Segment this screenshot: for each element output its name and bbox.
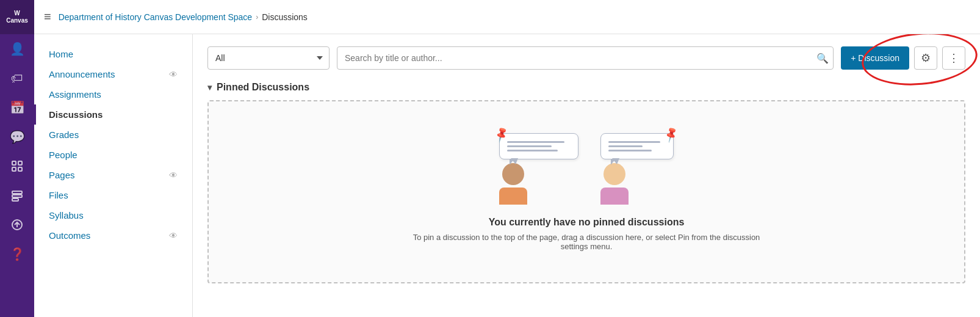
sidebar-item-files[interactable]: Files [34, 185, 192, 205]
breadcrumb-separator: › [256, 13, 258, 21]
sidebar-item-discussions[interactable]: Discussions [34, 104, 192, 125]
left-rail: WCanvas 👤 🏷 📅 💬 ❓ [0, 0, 34, 317]
speech-bubble-2: 📌 [600, 133, 674, 159]
svg-rect-6 [12, 199, 18, 201]
svg-rect-1 [18, 161, 22, 165]
sidebar-item-home[interactable]: Home [34, 44, 192, 64]
search-container: 🔍 [337, 46, 834, 70]
section-header: ▾ Pinned Discussions [207, 82, 965, 93]
svg-rect-0 [12, 161, 16, 165]
announcements-visibility-icon: 👁 [169, 70, 178, 79]
hamburger-icon[interactable]: ≡ [44, 10, 51, 24]
action-buttons: + Discussion ⚙ ⋮ [841, 46, 965, 70]
pinned-discussions-section: ▾ Pinned Discussions 📌 [207, 82, 965, 283]
sidebar-item-pages[interactable]: Pages 👁 [34, 165, 192, 185]
sidebar-item-people[interactable]: People [34, 145, 192, 165]
search-button[interactable]: 🔍 [816, 53, 829, 64]
top-bar: ≡ Department of History Canvas Developme… [34, 0, 980, 34]
nav-inbox-icon[interactable]: 💬 [5, 125, 29, 149]
nav-dashboard-icon[interactable] [5, 154, 29, 178]
breadcrumb-current: Discussions [262, 12, 308, 22]
canvas-logo: WCanvas [0, 0, 34, 34]
nav-calendar-icon[interactable]: 📅 [5, 95, 29, 120]
nav-modules-icon[interactable] [5, 183, 29, 208]
sidebar-item-announcements[interactable]: Announcements 👁 [34, 64, 192, 84]
sidebar-item-grades[interactable]: Grades [34, 125, 192, 145]
pinned-area: 📌 [207, 100, 965, 283]
more-options-button[interactable]: ⋮ [942, 46, 965, 70]
outcomes-visibility-icon: 👁 [169, 231, 178, 241]
sidebar-item-syllabus[interactable]: Syllabus [34, 205, 192, 225]
search-input[interactable] [337, 46, 834, 70]
speech-bubble-1: 📌 [499, 133, 578, 159]
svg-rect-3 [18, 167, 22, 171]
empty-state-subtitle: To pin a discussion to the top of the pa… [403, 233, 769, 251]
svg-rect-5 [12, 195, 22, 197]
filter-select[interactable]: All Unread Read [207, 46, 330, 70]
section-chevron[interactable]: ▾ [207, 82, 212, 92]
nav-help-icon[interactable]: ❓ [5, 242, 29, 266]
sidebar-item-assignments[interactable]: Assignments [34, 84, 192, 104]
empty-illustration: 📌 [499, 133, 674, 205]
svg-rect-2 [12, 167, 16, 171]
filter-bar: All Unread Read 🔍 + Discussion ⚙ ⋮ [207, 46, 965, 70]
sidebar-item-outcomes[interactable]: Outcomes 👁 [34, 225, 192, 246]
pages-visibility-icon: 👁 [169, 170, 178, 180]
breadcrumb: Department of History Canvas Development… [59, 12, 308, 22]
person-1 [499, 163, 527, 205]
nav-courses-icon[interactable]: 🏷 [5, 66, 29, 90]
settings-button[interactable]: ⚙ [914, 46, 937, 70]
main-content: All Unread Read 🔍 + Discussion ⚙ ⋮ [193, 34, 980, 317]
nav-account-icon[interactable]: 👤 [5, 37, 29, 61]
section-title: Pinned Discussions [217, 82, 309, 93]
breadcrumb-course[interactable]: Department of History Canvas Development… [59, 12, 252, 22]
nav-transfer-icon[interactable] [5, 213, 29, 237]
svg-rect-4 [12, 191, 22, 194]
person-2 [600, 163, 629, 205]
empty-state-title: You currently have no pinned discussions [489, 217, 685, 228]
main-area: ≡ Department of History Canvas Developme… [34, 0, 980, 317]
pin-icon-2: 📌 [662, 125, 680, 143]
add-discussion-button[interactable]: + Discussion [841, 46, 909, 70]
content-layout: Home Announcements 👁 Assignments Discuss… [34, 34, 980, 317]
sidebar: Home Announcements 👁 Assignments Discuss… [34, 34, 193, 317]
